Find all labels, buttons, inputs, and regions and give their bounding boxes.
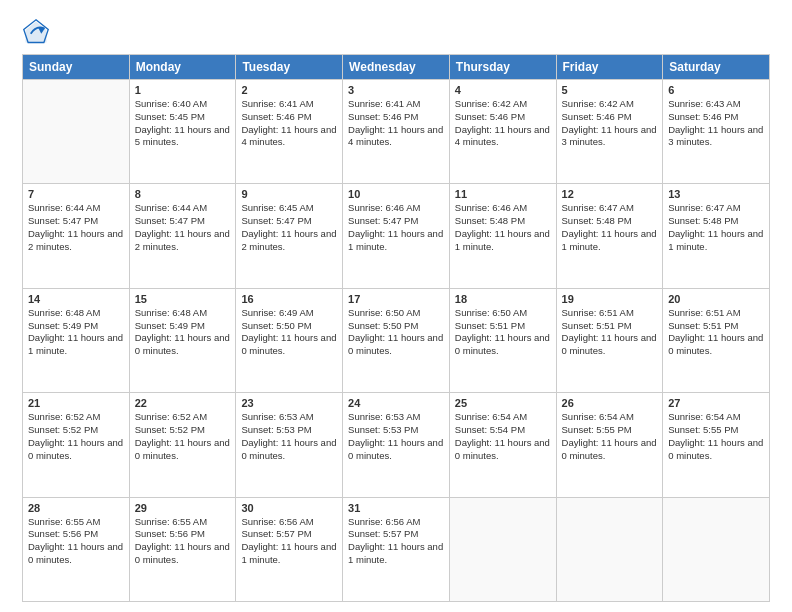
day-info: Sunrise: 6:47 AMSunset: 5:48 PMDaylight:…	[562, 202, 658, 253]
day-number: 27	[668, 397, 764, 409]
day-number: 1	[135, 84, 231, 96]
day-info: Sunrise: 6:55 AMSunset: 5:56 PMDaylight:…	[135, 516, 231, 567]
day-number: 8	[135, 188, 231, 200]
calendar-week-row: 21Sunrise: 6:52 AMSunset: 5:52 PMDayligh…	[23, 393, 770, 497]
day-info: Sunrise: 6:50 AMSunset: 5:51 PMDaylight:…	[455, 307, 551, 358]
day-number: 2	[241, 84, 337, 96]
svg-marker-0	[26, 22, 47, 43]
calendar-day-cell: 28Sunrise: 6:55 AMSunset: 5:56 PMDayligh…	[23, 497, 130, 601]
day-number: 11	[455, 188, 551, 200]
day-info: Sunrise: 6:51 AMSunset: 5:51 PMDaylight:…	[562, 307, 658, 358]
calendar-body: 1Sunrise: 6:40 AMSunset: 5:45 PMDaylight…	[23, 80, 770, 602]
day-info: Sunrise: 6:51 AMSunset: 5:51 PMDaylight:…	[668, 307, 764, 358]
day-of-week-header: Saturday	[663, 55, 770, 80]
day-info: Sunrise: 6:41 AMSunset: 5:46 PMDaylight:…	[348, 98, 444, 149]
calendar-header-row: SundayMondayTuesdayWednesdayThursdayFrid…	[23, 55, 770, 80]
day-info: Sunrise: 6:54 AMSunset: 5:55 PMDaylight:…	[668, 411, 764, 462]
calendar-day-cell: 25Sunrise: 6:54 AMSunset: 5:54 PMDayligh…	[449, 393, 556, 497]
day-number: 24	[348, 397, 444, 409]
day-info: Sunrise: 6:47 AMSunset: 5:48 PMDaylight:…	[668, 202, 764, 253]
calendar-day-cell: 15Sunrise: 6:48 AMSunset: 5:49 PMDayligh…	[129, 288, 236, 392]
day-number: 18	[455, 293, 551, 305]
day-number: 6	[668, 84, 764, 96]
calendar-week-row: 14Sunrise: 6:48 AMSunset: 5:49 PMDayligh…	[23, 288, 770, 392]
calendar-day-cell: 7Sunrise: 6:44 AMSunset: 5:47 PMDaylight…	[23, 184, 130, 288]
calendar-day-cell: 26Sunrise: 6:54 AMSunset: 5:55 PMDayligh…	[556, 393, 663, 497]
day-of-week-header: Tuesday	[236, 55, 343, 80]
day-info: Sunrise: 6:55 AMSunset: 5:56 PMDaylight:…	[28, 516, 124, 567]
logo-icon	[22, 18, 50, 46]
calendar-day-cell: 12Sunrise: 6:47 AMSunset: 5:48 PMDayligh…	[556, 184, 663, 288]
calendar-day-cell: 1Sunrise: 6:40 AMSunset: 5:45 PMDaylight…	[129, 80, 236, 184]
day-number: 25	[455, 397, 551, 409]
day-info: Sunrise: 6:44 AMSunset: 5:47 PMDaylight:…	[135, 202, 231, 253]
day-number: 10	[348, 188, 444, 200]
day-info: Sunrise: 6:56 AMSunset: 5:57 PMDaylight:…	[241, 516, 337, 567]
calendar-day-cell: 3Sunrise: 6:41 AMSunset: 5:46 PMDaylight…	[343, 80, 450, 184]
day-of-week-header: Sunday	[23, 55, 130, 80]
calendar-day-cell: 2Sunrise: 6:41 AMSunset: 5:46 PMDaylight…	[236, 80, 343, 184]
calendar-day-cell: 13Sunrise: 6:47 AMSunset: 5:48 PMDayligh…	[663, 184, 770, 288]
calendar-day-cell: 6Sunrise: 6:43 AMSunset: 5:46 PMDaylight…	[663, 80, 770, 184]
calendar-day-cell: 10Sunrise: 6:46 AMSunset: 5:47 PMDayligh…	[343, 184, 450, 288]
calendar-day-cell: 4Sunrise: 6:42 AMSunset: 5:46 PMDaylight…	[449, 80, 556, 184]
day-info: Sunrise: 6:54 AMSunset: 5:55 PMDaylight:…	[562, 411, 658, 462]
header	[22, 18, 770, 46]
day-number: 23	[241, 397, 337, 409]
calendar-day-cell: 19Sunrise: 6:51 AMSunset: 5:51 PMDayligh…	[556, 288, 663, 392]
day-number: 15	[135, 293, 231, 305]
calendar-day-cell: 16Sunrise: 6:49 AMSunset: 5:50 PMDayligh…	[236, 288, 343, 392]
day-info: Sunrise: 6:48 AMSunset: 5:49 PMDaylight:…	[135, 307, 231, 358]
calendar-day-cell: 27Sunrise: 6:54 AMSunset: 5:55 PMDayligh…	[663, 393, 770, 497]
day-number: 9	[241, 188, 337, 200]
calendar-day-cell	[23, 80, 130, 184]
day-info: Sunrise: 6:56 AMSunset: 5:57 PMDaylight:…	[348, 516, 444, 567]
day-info: Sunrise: 6:41 AMSunset: 5:46 PMDaylight:…	[241, 98, 337, 149]
calendar-day-cell: 21Sunrise: 6:52 AMSunset: 5:52 PMDayligh…	[23, 393, 130, 497]
day-number: 20	[668, 293, 764, 305]
calendar-week-row: 7Sunrise: 6:44 AMSunset: 5:47 PMDaylight…	[23, 184, 770, 288]
day-info: Sunrise: 6:52 AMSunset: 5:52 PMDaylight:…	[135, 411, 231, 462]
day-number: 5	[562, 84, 658, 96]
day-info: Sunrise: 6:42 AMSunset: 5:46 PMDaylight:…	[455, 98, 551, 149]
day-info: Sunrise: 6:45 AMSunset: 5:47 PMDaylight:…	[241, 202, 337, 253]
day-number: 31	[348, 502, 444, 514]
calendar-day-cell: 11Sunrise: 6:46 AMSunset: 5:48 PMDayligh…	[449, 184, 556, 288]
day-info: Sunrise: 6:43 AMSunset: 5:46 PMDaylight:…	[668, 98, 764, 149]
day-info: Sunrise: 6:48 AMSunset: 5:49 PMDaylight:…	[28, 307, 124, 358]
calendar-day-cell	[663, 497, 770, 601]
day-number: 12	[562, 188, 658, 200]
calendar-day-cell: 17Sunrise: 6:50 AMSunset: 5:50 PMDayligh…	[343, 288, 450, 392]
day-number: 7	[28, 188, 124, 200]
calendar-week-row: 1Sunrise: 6:40 AMSunset: 5:45 PMDaylight…	[23, 80, 770, 184]
calendar-day-cell	[556, 497, 663, 601]
day-info: Sunrise: 6:46 AMSunset: 5:48 PMDaylight:…	[455, 202, 551, 253]
day-info: Sunrise: 6:40 AMSunset: 5:45 PMDaylight:…	[135, 98, 231, 149]
calendar-week-row: 28Sunrise: 6:55 AMSunset: 5:56 PMDayligh…	[23, 497, 770, 601]
calendar-day-cell: 9Sunrise: 6:45 AMSunset: 5:47 PMDaylight…	[236, 184, 343, 288]
calendar-day-cell: 22Sunrise: 6:52 AMSunset: 5:52 PMDayligh…	[129, 393, 236, 497]
day-number: 13	[668, 188, 764, 200]
day-of-week-header: Thursday	[449, 55, 556, 80]
calendar-day-cell: 20Sunrise: 6:51 AMSunset: 5:51 PMDayligh…	[663, 288, 770, 392]
day-number: 26	[562, 397, 658, 409]
day-info: Sunrise: 6:49 AMSunset: 5:50 PMDaylight:…	[241, 307, 337, 358]
calendar-day-cell: 24Sunrise: 6:53 AMSunset: 5:53 PMDayligh…	[343, 393, 450, 497]
calendar-day-cell: 31Sunrise: 6:56 AMSunset: 5:57 PMDayligh…	[343, 497, 450, 601]
calendar-day-cell: 30Sunrise: 6:56 AMSunset: 5:57 PMDayligh…	[236, 497, 343, 601]
day-number: 19	[562, 293, 658, 305]
page: SundayMondayTuesdayWednesdayThursdayFrid…	[0, 0, 792, 612]
day-of-week-header: Wednesday	[343, 55, 450, 80]
calendar-day-cell: 5Sunrise: 6:42 AMSunset: 5:46 PMDaylight…	[556, 80, 663, 184]
day-info: Sunrise: 6:50 AMSunset: 5:50 PMDaylight:…	[348, 307, 444, 358]
day-of-week-header: Friday	[556, 55, 663, 80]
calendar-day-cell: 18Sunrise: 6:50 AMSunset: 5:51 PMDayligh…	[449, 288, 556, 392]
calendar-day-cell	[449, 497, 556, 601]
day-info: Sunrise: 6:53 AMSunset: 5:53 PMDaylight:…	[348, 411, 444, 462]
calendar-day-cell: 29Sunrise: 6:55 AMSunset: 5:56 PMDayligh…	[129, 497, 236, 601]
day-info: Sunrise: 6:53 AMSunset: 5:53 PMDaylight:…	[241, 411, 337, 462]
day-number: 22	[135, 397, 231, 409]
day-number: 4	[455, 84, 551, 96]
calendar-day-cell: 8Sunrise: 6:44 AMSunset: 5:47 PMDaylight…	[129, 184, 236, 288]
day-info: Sunrise: 6:42 AMSunset: 5:46 PMDaylight:…	[562, 98, 658, 149]
